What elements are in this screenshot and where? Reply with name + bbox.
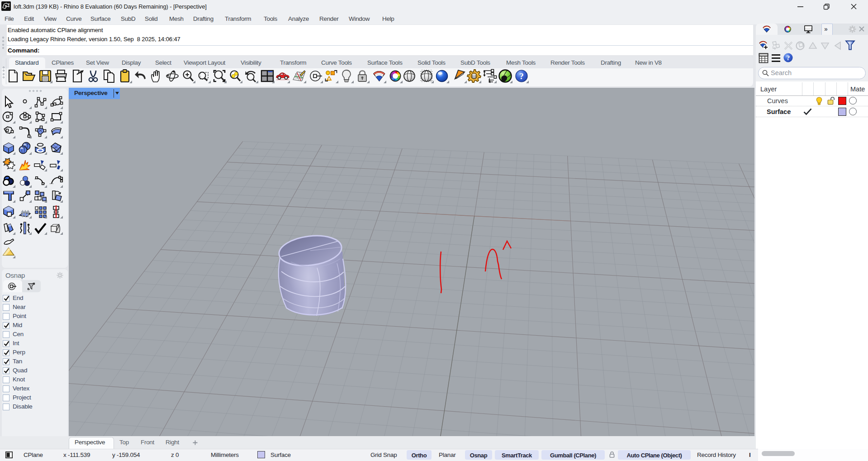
svg-text:8: 8 — [8, 3, 10, 5]
svg-text:?: ? — [519, 71, 524, 81]
svg-text:?: ? — [787, 54, 790, 62]
